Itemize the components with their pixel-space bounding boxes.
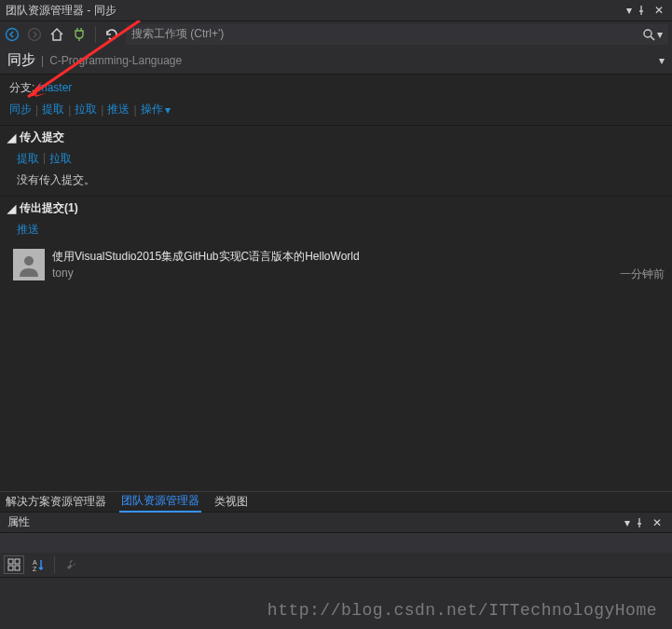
svg-rect-7 (15, 566, 20, 570)
incoming-section-header[interactable]: ◢ 传入提交 (0, 125, 672, 149)
branch-label: 分支: (9, 81, 34, 94)
close-icon[interactable]: ✕ (650, 516, 665, 529)
branch-link[interactable]: master (38, 81, 73, 94)
properties-selector[interactable] (0, 532, 672, 553)
categorize-icon[interactable] (4, 555, 24, 574)
search-input[interactable]: 搜索工作项 (Ctrl+') ▾ (126, 24, 668, 45)
properties-title: 属性 (7, 514, 30, 530)
tab-class-view[interactable]: 类视图 (213, 492, 250, 512)
avatar (13, 249, 45, 280)
back-icon[interactable] (4, 26, 21, 43)
action-fetch[interactable]: 提取 (42, 102, 64, 117)
wrench-icon[interactable] (61, 555, 81, 574)
properties-grid (0, 577, 672, 629)
incoming-fetch[interactable]: 提取 (17, 151, 39, 167)
home-icon[interactable] (48, 26, 65, 43)
commit-time: 一分钟前 (620, 267, 665, 282)
search-dropdown-icon[interactable]: ▾ (657, 28, 663, 41)
sort-icon[interactable]: AZ (28, 555, 48, 574)
outgoing-push[interactable]: 推送 (17, 222, 39, 238)
commit-item[interactable]: 使用VisualStudio2015集成GitHub实现C语言版本的HelloW… (0, 245, 672, 286)
svg-point-2 (644, 30, 651, 37)
search-placeholder: 搜索工作项 (Ctrl+') (131, 26, 642, 42)
svg-point-1 (29, 28, 41, 40)
repo-name: C-Programming-Language (49, 54, 182, 67)
close-icon[interactable]: ✕ (651, 4, 666, 17)
tab-solution-explorer[interactable]: 解决方案资源管理器 (4, 492, 108, 512)
incoming-pull[interactable]: 拉取 (49, 151, 72, 167)
svg-rect-4 (8, 559, 13, 564)
collapse-icon: ◢ (7, 131, 16, 144)
action-ops[interactable]: 操作▾ (141, 102, 171, 117)
svg-text:A: A (33, 559, 37, 566)
svg-rect-6 (8, 566, 13, 570)
outgoing-section-header[interactable]: ◢ 传出提交(1) (0, 196, 672, 220)
pin-icon[interactable] (637, 6, 651, 15)
svg-rect-5 (15, 559, 20, 564)
commit-message: 使用VisualStudio2015集成GitHub实现C语言版本的HelloW… (52, 249, 665, 265)
chevron-down-icon[interactable]: ▾ (659, 54, 665, 67)
tab-team-explorer[interactable]: 团队资源管理器 (119, 491, 201, 513)
incoming-empty-text: 没有传入提交。 (17, 172, 661, 188)
outgoing-title: 传出提交(1) (20, 200, 78, 216)
dropdown-icon[interactable]: ▾ (620, 516, 635, 529)
commit-author: tony (52, 267, 620, 282)
action-sync[interactable]: 同步 (9, 102, 32, 117)
action-push[interactable]: 推送 (107, 102, 130, 117)
collapse-icon: ◢ (7, 202, 16, 215)
svg-point-3 (24, 256, 34, 266)
search-icon[interactable] (642, 28, 655, 41)
forward-icon (26, 26, 43, 43)
dropdown-icon[interactable]: ▾ (622, 4, 637, 17)
svg-text:Z: Z (33, 566, 37, 571)
incoming-title: 传入提交 (20, 130, 64, 145)
page-title: 同步 (7, 51, 35, 69)
pin-icon[interactable] (635, 518, 650, 527)
refresh-icon[interactable] (103, 26, 120, 43)
action-pull[interactable]: 拉取 (75, 102, 97, 117)
svg-point-0 (7, 28, 19, 40)
plug-icon[interactable] (71, 26, 88, 43)
window-title: 团队资源管理器 - 同步 (6, 3, 117, 19)
